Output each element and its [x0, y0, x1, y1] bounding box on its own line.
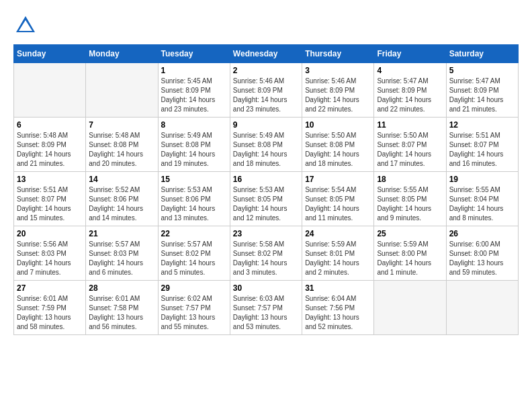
day-number: 6 [17, 120, 83, 130]
logo [13, 13, 40, 38]
day-number: 31 [305, 283, 371, 293]
calendar-cell: 16Sunrise: 5:53 AM Sunset: 8:05 PM Dayli… [230, 172, 302, 226]
calendar-week-row: 27Sunrise: 6:01 AM Sunset: 7:59 PM Dayli… [14, 281, 519, 335]
day-number: 15 [161, 175, 227, 184]
calendar-cell: 14Sunrise: 5:52 AM Sunset: 8:06 PM Dayli… [86, 172, 158, 226]
day-info: Sunrise: 5:51 AM Sunset: 8:07 PM Dayligh… [449, 131, 515, 169]
day-info: Sunrise: 5:48 AM Sunset: 8:09 PM Dayligh… [17, 131, 83, 169]
calendar-cell [374, 281, 446, 335]
calendar-cell: 17Sunrise: 5:54 AM Sunset: 8:05 PM Dayli… [302, 172, 374, 226]
calendar-header-row: SundayMondayTuesdayWednesdayThursdayFrid… [14, 45, 519, 63]
logo-icon [13, 13, 38, 38]
day-number: 13 [17, 175, 83, 184]
calendar-cell [86, 63, 158, 118]
calendar-cell: 9Sunrise: 5:49 AM Sunset: 8:08 PM Daylig… [230, 118, 302, 172]
day-info: Sunrise: 5:54 AM Sunset: 8:05 PM Dayligh… [305, 185, 371, 223]
day-info: Sunrise: 5:59 AM Sunset: 8:00 PM Dayligh… [377, 240, 443, 277]
calendar-week-row: 1Sunrise: 5:45 AM Sunset: 8:09 PM Daylig… [14, 63, 519, 118]
day-number: 14 [89, 175, 154, 184]
day-info: Sunrise: 5:50 AM Sunset: 8:08 PM Dayligh… [305, 131, 371, 169]
day-number: 19 [449, 175, 515, 184]
calendar-cell: 26Sunrise: 6:00 AM Sunset: 8:00 PM Dayli… [446, 226, 518, 281]
calendar-cell: 7Sunrise: 5:48 AM Sunset: 8:08 PM Daylig… [86, 118, 158, 172]
calendar-cell: 15Sunrise: 5:53 AM Sunset: 8:06 PM Dayli… [158, 172, 230, 226]
calendar-cell: 4Sunrise: 5:47 AM Sunset: 8:09 PM Daylig… [374, 63, 446, 118]
day-info: Sunrise: 6:03 AM Sunset: 7:57 PM Dayligh… [233, 294, 299, 332]
day-info: Sunrise: 6:04 AM Sunset: 7:56 PM Dayligh… [305, 294, 371, 332]
day-info: Sunrise: 5:49 AM Sunset: 8:08 PM Dayligh… [161, 131, 227, 169]
day-number: 27 [17, 283, 83, 293]
calendar-cell: 27Sunrise: 6:01 AM Sunset: 7:59 PM Dayli… [14, 281, 86, 335]
calendar-cell: 22Sunrise: 5:57 AM Sunset: 8:02 PM Dayli… [158, 226, 230, 281]
calendar-cell [446, 281, 518, 335]
day-number: 26 [449, 229, 515, 238]
day-number: 30 [233, 283, 299, 293]
day-info: Sunrise: 5:51 AM Sunset: 8:07 PM Dayligh… [17, 185, 83, 223]
calendar-cell: 5Sunrise: 5:47 AM Sunset: 8:09 PM Daylig… [446, 63, 518, 118]
day-info: Sunrise: 5:59 AM Sunset: 8:01 PM Dayligh… [305, 240, 371, 277]
calendar-cell: 20Sunrise: 5:56 AM Sunset: 8:03 PM Dayli… [14, 226, 86, 281]
page-header [13, 13, 519, 38]
calendar-cell: 31Sunrise: 6:04 AM Sunset: 7:56 PM Dayli… [302, 281, 374, 335]
day-number: 1 [161, 66, 227, 75]
calendar-cell: 3Sunrise: 5:46 AM Sunset: 8:09 PM Daylig… [302, 63, 374, 118]
calendar-cell: 18Sunrise: 5:55 AM Sunset: 8:05 PM Dayli… [374, 172, 446, 226]
day-info: Sunrise: 5:47 AM Sunset: 8:09 PM Dayligh… [449, 77, 515, 114]
calendar-cell: 11Sunrise: 5:50 AM Sunset: 8:07 PM Dayli… [374, 118, 446, 172]
day-number: 21 [89, 229, 154, 238]
day-of-week-header: Friday [374, 45, 446, 63]
day-info: Sunrise: 5:46 AM Sunset: 8:09 PM Dayligh… [305, 77, 371, 114]
calendar-cell: 10Sunrise: 5:50 AM Sunset: 8:08 PM Dayli… [302, 118, 374, 172]
day-number: 18 [377, 175, 443, 184]
calendar-cell: 19Sunrise: 5:55 AM Sunset: 8:04 PM Dayli… [446, 172, 518, 226]
day-number: 25 [377, 229, 443, 238]
day-info: Sunrise: 5:50 AM Sunset: 8:07 PM Dayligh… [377, 131, 443, 169]
day-of-week-header: Tuesday [158, 45, 230, 63]
day-number: 5 [449, 66, 515, 75]
day-info: Sunrise: 5:58 AM Sunset: 8:02 PM Dayligh… [233, 240, 299, 277]
day-of-week-header: Sunday [14, 45, 86, 63]
calendar-week-row: 13Sunrise: 5:51 AM Sunset: 8:07 PM Dayli… [14, 172, 519, 226]
day-info: Sunrise: 6:02 AM Sunset: 7:57 PM Dayligh… [161, 294, 227, 332]
day-info: Sunrise: 5:52 AM Sunset: 8:06 PM Dayligh… [89, 185, 154, 223]
day-number: 20 [17, 229, 83, 238]
day-number: 22 [161, 229, 227, 238]
calendar-cell: 12Sunrise: 5:51 AM Sunset: 8:07 PM Dayli… [446, 118, 518, 172]
day-of-week-header: Monday [86, 45, 158, 63]
day-info: Sunrise: 5:53 AM Sunset: 8:06 PM Dayligh… [161, 185, 227, 223]
calendar-table: SundayMondayTuesdayWednesdayThursdayFrid… [13, 44, 519, 335]
calendar-cell: 23Sunrise: 5:58 AM Sunset: 8:02 PM Dayli… [230, 226, 302, 281]
day-info: Sunrise: 5:55 AM Sunset: 8:04 PM Dayligh… [449, 185, 515, 223]
day-number: 29 [161, 283, 227, 293]
day-number: 16 [233, 175, 299, 184]
day-number: 11 [377, 120, 443, 130]
day-info: Sunrise: 6:01 AM Sunset: 7:58 PM Dayligh… [89, 294, 154, 332]
day-info: Sunrise: 5:53 AM Sunset: 8:05 PM Dayligh… [233, 185, 299, 223]
day-number: 8 [161, 120, 227, 130]
day-info: Sunrise: 5:56 AM Sunset: 8:03 PM Dayligh… [17, 240, 83, 277]
day-number: 24 [305, 229, 371, 238]
calendar-week-row: 20Sunrise: 5:56 AM Sunset: 8:03 PM Dayli… [14, 226, 519, 281]
calendar-cell: 29Sunrise: 6:02 AM Sunset: 7:57 PM Dayli… [158, 281, 230, 335]
day-number: 2 [233, 66, 299, 75]
day-info: Sunrise: 5:45 AM Sunset: 8:09 PM Dayligh… [161, 77, 227, 114]
calendar-cell: 8Sunrise: 5:49 AM Sunset: 8:08 PM Daylig… [158, 118, 230, 172]
day-number: 10 [305, 120, 371, 130]
calendar-cell: 21Sunrise: 5:57 AM Sunset: 8:03 PM Dayli… [86, 226, 158, 281]
day-of-week-header: Saturday [446, 45, 518, 63]
calendar-cell: 13Sunrise: 5:51 AM Sunset: 8:07 PM Dayli… [14, 172, 86, 226]
day-info: Sunrise: 5:55 AM Sunset: 8:05 PM Dayligh… [377, 185, 443, 223]
day-of-week-header: Thursday [302, 45, 374, 63]
day-number: 9 [233, 120, 299, 130]
day-number: 28 [89, 283, 154, 293]
calendar-cell: 2Sunrise: 5:46 AM Sunset: 8:09 PM Daylig… [230, 63, 302, 118]
day-info: Sunrise: 5:46 AM Sunset: 8:09 PM Dayligh… [233, 77, 299, 114]
day-info: Sunrise: 5:47 AM Sunset: 8:09 PM Dayligh… [377, 77, 443, 114]
day-of-week-header: Wednesday [230, 45, 302, 63]
day-number: 7 [89, 120, 154, 130]
day-number: 23 [233, 229, 299, 238]
calendar-cell: 6Sunrise: 5:48 AM Sunset: 8:09 PM Daylig… [14, 118, 86, 172]
day-info: Sunrise: 5:57 AM Sunset: 8:03 PM Dayligh… [89, 240, 154, 277]
calendar-cell: 24Sunrise: 5:59 AM Sunset: 8:01 PM Dayli… [302, 226, 374, 281]
day-number: 4 [377, 66, 443, 75]
